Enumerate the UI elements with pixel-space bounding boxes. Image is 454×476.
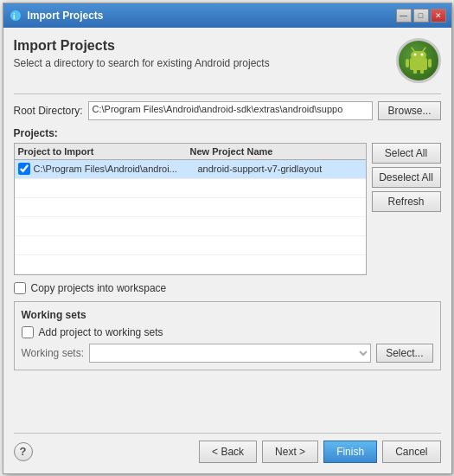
svg-rect-4 [428,59,432,68]
title-bar: i Import Projects — □ ✕ [3,3,451,28]
row-checkbox-0[interactable] [18,163,30,175]
table-row-empty-1 [15,179,366,198]
projects-label: Projects: [14,127,441,139]
footer-separator [14,433,441,434]
android-logo [396,38,441,83]
svg-rect-2 [410,58,427,70]
dialog-content: Import Projects Select a directory to se… [3,28,451,473]
working-sets-dropdown-row: Working sets: Select... [22,344,433,363]
svg-point-8 [413,53,416,55]
close-button[interactable]: ✕ [431,9,446,23]
header-separator [14,93,441,94]
footer: ? < Back Next > Finish Cancel [14,441,441,463]
working-sets-label: Working sets: [22,347,84,359]
projects-area: Project to Import New Project Name C:\Pr… [14,143,441,275]
col-name-header: New Project Name [190,146,362,157]
table-row-empty-3 [15,217,366,236]
next-button[interactable]: Next > [262,441,318,463]
svg-rect-3 [406,59,409,68]
dialog-subtitle: Select a directory to search for existin… [14,57,396,69]
side-buttons: Select All Deselect All Refresh [372,143,441,275]
add-working-sets-checkbox[interactable] [22,326,34,338]
row-project-0: C:\Program Files\Android\androi... [34,164,198,174]
maximize-button[interactable]: □ [413,9,429,23]
svg-line-11 [423,48,425,51]
cancel-button[interactable]: Cancel [382,441,440,463]
working-sets-dropdown[interactable] [89,344,371,363]
add-to-working-sets-row: Add project to working sets [22,326,433,338]
table-row[interactable]: C:\Program Files\Android\androi... andro… [15,160,366,179]
table-header: Project to Import New Project Name [15,144,366,160]
row-name-0: android-support-v7-gridlayout [198,164,362,174]
table-row-empty-4 [15,236,366,255]
root-directory-row: Root Directory: C:\Program Files\Android… [14,101,441,120]
svg-line-10 [412,48,414,51]
svg-rect-6 [420,68,424,74]
window-icon: i [9,9,22,23]
deselect-all-button[interactable]: Deselect All [372,167,441,188]
table-body: C:\Program Files\Android\androi... andro… [15,160,366,274]
working-sets-title: Working sets [22,309,433,321]
working-sets-group: Working sets Add project to working sets… [14,301,441,370]
copy-checkbox-row: Copy projects into workspace [14,282,441,294]
refresh-button[interactable]: Refresh [372,191,441,212]
copy-checkbox-label: Copy projects into workspace [31,282,167,294]
copy-checkbox[interactable] [14,282,26,294]
browse-button[interactable]: Browse... [378,101,440,120]
dialog-title: Import Projects [14,38,396,54]
finish-button[interactable]: Finish [323,441,377,463]
header-area: Import Projects Select a directory to se… [14,38,441,83]
working-sets-select-button[interactable]: Select... [376,344,432,363]
header-text: Import Projects Select a directory to se… [14,38,396,69]
svg-text:i: i [13,12,16,21]
col-project-header: Project to Import [18,146,190,157]
help-button[interactable]: ? [14,442,33,461]
back-button[interactable]: < Back [199,441,257,463]
window-title: Import Projects [28,10,396,22]
root-directory-label: Root Directory: [14,105,83,117]
table-row-empty-2 [15,198,366,217]
minimize-button[interactable]: — [396,9,412,23]
svg-rect-5 [413,68,417,74]
window-controls: — □ ✕ [396,9,446,23]
svg-point-0 [10,10,21,21]
svg-rect-7 [411,51,426,60]
select-all-button[interactable]: Select All [372,143,441,164]
add-working-sets-label: Add project to working sets [39,326,163,338]
table-row-empty-5 [15,255,366,274]
root-path-display[interactable]: C:\Program Files\Android\android-sdk\ext… [88,101,374,120]
svg-point-9 [420,53,423,55]
projects-table: Project to Import New Project Name C:\Pr… [14,143,367,275]
import-projects-dialog: i Import Projects — □ ✕ Import Projects … [3,3,452,474]
